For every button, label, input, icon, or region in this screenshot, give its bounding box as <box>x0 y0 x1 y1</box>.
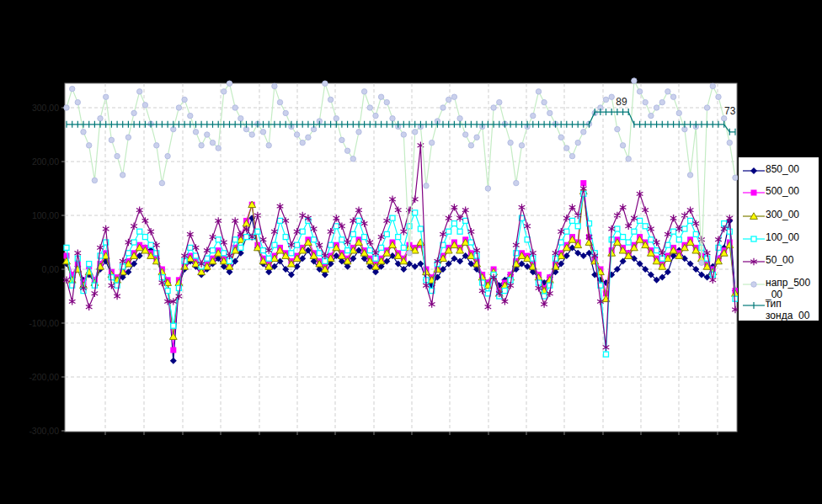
legend-item-label: тип зонда_00 <box>766 298 809 321</box>
triangle-marker-icon <box>742 211 766 221</box>
y-axis-label: -100,00 <box>29 318 59 328</box>
legend-item-label: 50_00 <box>766 254 793 266</box>
chart-legend[interactable]: 850_00500_00300_00100_0050_00напр_500 _0… <box>738 157 819 321</box>
data-label-89: 89 <box>616 96 627 108</box>
legend-item-300_00[interactable]: 300_00 <box>742 209 799 221</box>
legend-item-label: 850_00 <box>766 163 799 175</box>
legend-item-500_00[interactable]: 500_00 <box>742 185 799 198</box>
y-axis-label: -200,00 <box>29 372 59 382</box>
chart-canvas: 300,00200,00100,000,00-100,00-200,00-300… <box>0 0 822 504</box>
square-marker-icon <box>742 188 766 198</box>
legend-item-label: напр_500 _00 <box>766 277 810 300</box>
y-axis-label: 0,00 <box>42 264 60 274</box>
legend-item-50_00[interactable]: 50_00 <box>742 254 793 267</box>
legend-item-напр_500_00[interactable]: напр_500 _00 <box>742 277 810 300</box>
legend-item-label: 300_00 <box>766 209 799 220</box>
legend-item-label: 100_00 <box>766 231 799 243</box>
chart-window: Ежедневные значения разности 'наблюдение… <box>0 0 822 504</box>
legend-item-850_00[interactable]: 850_00 <box>742 163 799 176</box>
y-axis-label: -300,00 <box>29 426 59 436</box>
open-square-marker-icon <box>742 234 766 244</box>
y-axis-label: 200,00 <box>32 157 59 167</box>
legend-item-label: 500_00 <box>766 185 799 197</box>
circle-marker-icon <box>742 279 766 289</box>
data-label-73: 73 <box>724 105 736 117</box>
legend-item-тип зонда_00[interactable]: тип зонда_00 <box>742 298 809 321</box>
vtick-marker-icon <box>742 300 766 310</box>
asterisk-marker-icon <box>742 257 766 267</box>
legend-item-100_00[interactable]: 100_00 <box>742 231 799 244</box>
diamond-marker-icon <box>742 166 766 176</box>
y-axis-label: 300,00 <box>32 103 59 113</box>
y-axis-label: 100,00 <box>32 210 59 220</box>
